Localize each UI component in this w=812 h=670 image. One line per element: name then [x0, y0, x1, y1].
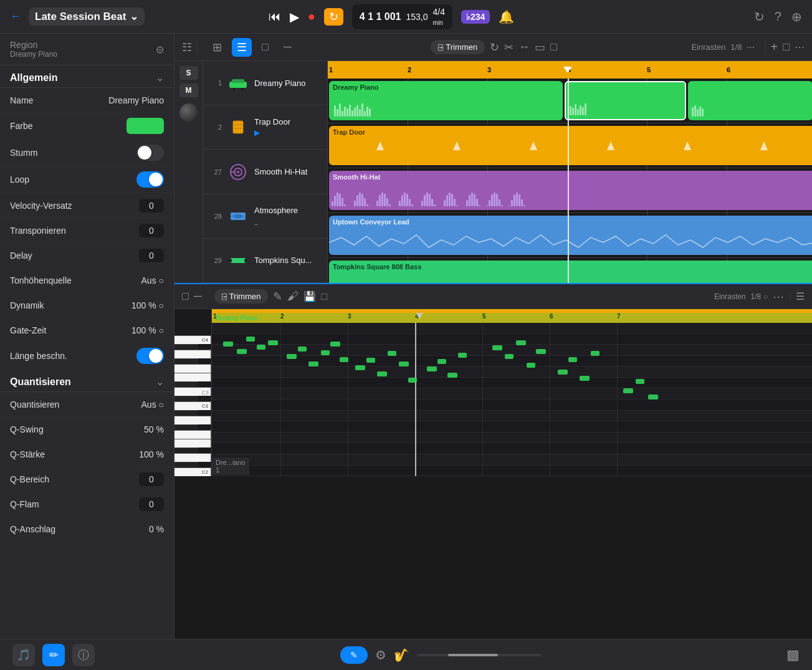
laenge-toggle[interactable]	[136, 348, 164, 364]
more-options-button[interactable]: ⋯	[795, 41, 805, 53]
tonhoehe-value[interactable]: Aus ○	[141, 275, 164, 285]
piano-cursor-tool[interactable]: ─	[194, 290, 202, 303]
allgemein-section-header: Allgemein ⌄	[0, 65, 174, 88]
clip-tompkins[interactable]: Tompkins Square 808 Bass	[329, 261, 812, 283]
loop-button[interactable]: ↻	[324, 8, 343, 26]
arranger-more-icon[interactable]: ⋯	[747, 42, 755, 52]
piano-region-name-bottom: Dre...iano 1	[212, 457, 249, 475]
clip-dreamy-main[interactable]: Dreamy Piano	[329, 81, 563, 120]
copy-region-button[interactable]: □	[783, 41, 790, 54]
piano-hamburger[interactable]: ☰	[796, 290, 805, 302]
info-button[interactable]: ⓘ	[72, 644, 95, 666]
stumm-toggle[interactable]	[136, 145, 164, 161]
master-knob[interactable]	[179, 103, 198, 122]
track-expand-1[interactable]: ▶	[254, 128, 260, 137]
clip-atmosphere[interactable]: Uptown Conveyor Lead	[329, 216, 812, 255]
mute-button[interactable]: M	[179, 84, 198, 97]
piano-copy-tool[interactable]: □	[321, 291, 327, 302]
back-button[interactable]: ←	[10, 10, 21, 23]
track-num-1: 2	[209, 123, 222, 131]
loop-region-tool[interactable]: ▭	[535, 41, 545, 54]
loop-toggle[interactable]	[136, 171, 164, 188]
color-swatch[interactable]	[127, 118, 164, 134]
piano-roll-content[interactable]: 1 2 3 4 5 6 7 Dreamy Piano	[212, 309, 812, 476]
pencil-mode-button[interactable]: ✎	[340, 646, 368, 664]
list-tool[interactable]: ☰	[232, 38, 252, 57]
add-button[interactable]: ⊕	[791, 9, 802, 24]
qstaerke-value[interactable]: 100 %	[139, 449, 164, 459]
prop-laenge: Länge beschn.	[0, 343, 174, 370]
einrasten-value[interactable]: 1/8	[730, 42, 742, 52]
track-item-1[interactable]: 2 Trap Door ▶	[203, 105, 327, 150]
bottom-right-control[interactable]: ▩	[786, 647, 800, 663]
filter-button[interactable]: ☷	[182, 41, 192, 54]
midi-note	[408, 378, 417, 383]
help-button[interactable]: ?	[775, 9, 781, 24]
svg-rect-16	[234, 214, 242, 218]
scissors-tool[interactable]: ✂	[504, 41, 513, 54]
mixer-view-button[interactable]: ✏	[42, 644, 65, 666]
piano-playhead	[415, 309, 424, 323]
scroll-thumb[interactable]	[448, 654, 498, 656]
piano-trim-button[interactable]: ⍈ Trimmen	[214, 289, 269, 304]
play-button[interactable]: ▶	[290, 9, 299, 24]
record-button[interactable]: ●	[308, 9, 315, 24]
clip-dreamy-3[interactable]	[688, 81, 812, 120]
quant-collapse-icon[interactable]: ⌄	[156, 376, 164, 388]
midi-note	[427, 366, 437, 371]
grid-tool[interactable]: ⊞	[208, 38, 227, 57]
delay-value[interactable]: 0	[139, 249, 164, 262]
solo-button[interactable]: S	[179, 66, 198, 80]
piano-draw-tool[interactable]: ✎	[273, 290, 282, 304]
project-title-button[interactable]: Late Session Beat ⌄	[29, 7, 145, 26]
window-tool[interactable]: □	[257, 38, 274, 56]
qswing-value[interactable]: 50 %	[144, 424, 164, 434]
clip-dreamy-selected[interactable]	[565, 81, 686, 120]
settings-button[interactable]: ⚙	[375, 648, 386, 663]
velocity-value[interactable]: 0	[139, 199, 164, 213]
midi-note	[399, 361, 409, 366]
prop-qstaerke: Q-Stärke 100 %	[0, 442, 174, 467]
piano-region-name-label: Dre...iano	[216, 459, 246, 466]
piano-einrasten-value[interactable]: 1/8 ○	[751, 292, 768, 301]
midi-note	[308, 361, 318, 366]
midi-note	[246, 337, 255, 342]
clip-trapdoor[interactable]: Trap Door	[329, 126, 812, 165]
gate-value[interactable]: 100 % ○	[131, 325, 164, 335]
undo-button[interactable]: ↻	[754, 9, 765, 24]
ruler-mark-1: 1	[329, 66, 333, 74]
quant-value[interactable]: Aus ○	[141, 400, 164, 409]
metronome-button[interactable]: 🔔	[499, 9, 514, 24]
undo-tool[interactable]: ↻	[490, 41, 499, 54]
piano-brush-tool[interactable]: 🖌	[287, 290, 299, 303]
track-item-2[interactable]: 27 Smooth Hi-Hat	[203, 150, 327, 194]
piano-more-button[interactable]: ⋯	[773, 290, 784, 304]
add-track-button[interactable]: +	[770, 40, 778, 54]
piano-window-tool[interactable]: □	[182, 290, 189, 303]
ruler-mark-3: 3	[487, 66, 491, 74]
qflam-value[interactable]: 0	[139, 497, 164, 511]
cursor-tool[interactable]: ─	[279, 38, 297, 56]
piano-trim-label: Trimmen	[229, 292, 261, 301]
transpose-value[interactable]: 0	[139, 224, 164, 237]
clip-smoothhihat[interactable]: Smooth Hi-Hat document.write(Array(80).f…	[329, 171, 812, 210]
equalizer-button[interactable]: 🎷	[394, 648, 409, 663]
qbereich-value[interactable]: 0	[139, 472, 164, 486]
prop-farbe: Farbe	[0, 113, 174, 140]
key-badge[interactable]: ♭234	[461, 10, 490, 24]
pin-button[interactable]: ⊝	[156, 44, 164, 55]
rewind-button[interactable]: ⏮	[269, 9, 281, 24]
stretch-tool[interactable]: ↔	[518, 41, 530, 54]
track-item-4[interactable]: 29 Tompkins Squ...	[203, 239, 327, 283]
plugin-button[interactable]: 🎵	[12, 644, 35, 666]
allgemein-collapse-icon[interactable]: ⌄	[156, 72, 164, 84]
position-value: 4 1 1 001	[360, 11, 401, 22]
dynamik-value[interactable]: 100 % ○	[131, 300, 164, 310]
track-item-0[interactable]: 1 Dreamy Piano	[203, 61, 327, 105]
midi-note	[516, 340, 526, 345]
qanschlag-value[interactable]: 0 %	[149, 524, 164, 534]
track-item-3[interactable]: 28 Atmosphere ⎯	[203, 194, 327, 239]
duplicate-tool[interactable]: □	[550, 41, 557, 54]
piano-save-tool[interactable]: 💾	[303, 290, 316, 302]
trim-button[interactable]: ⍈ Trimmen	[431, 40, 485, 54]
